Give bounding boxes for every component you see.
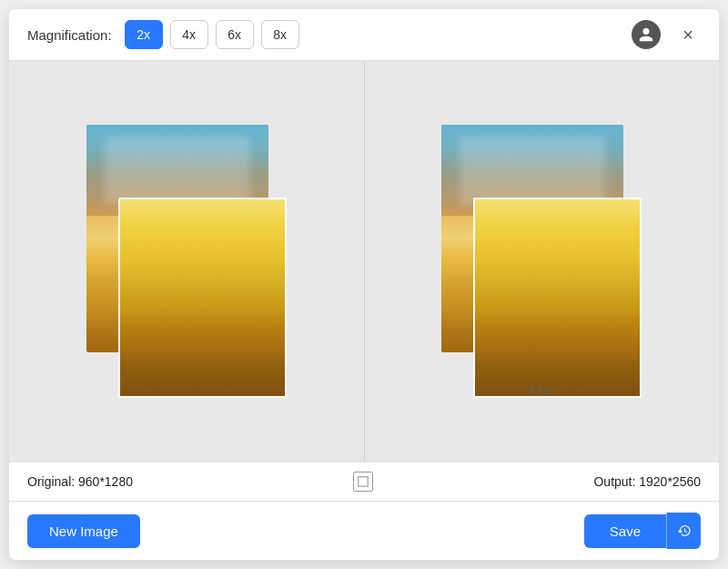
output-golden-background [475, 199, 640, 396]
expand-svg [358, 476, 369, 487]
avatar-icon[interactable] [632, 20, 661, 49]
save-button[interactable]: Save [584, 514, 666, 548]
user-icon [638, 26, 654, 43]
mag-6x-button[interactable]: 6x [216, 20, 254, 49]
golden-background [120, 199, 285, 396]
output-info: Output: 1920*2560 [593, 474, 701, 489]
original-image-stack [86, 125, 287, 398]
close-button[interactable]: × [675, 22, 701, 47]
magnification-buttons: 2x 4x 6x 8x [125, 20, 299, 49]
original-pane [9, 61, 364, 462]
output-image-stack [441, 125, 642, 398]
magnification-label: Magnification: [27, 27, 112, 43]
output-image-front [473, 198, 642, 398]
image-area: After [9, 61, 719, 462]
save-history-button[interactable] [666, 513, 701, 549]
mag-8x-button[interactable]: 8x [261, 20, 299, 49]
svg-rect-0 [359, 477, 369, 487]
mag-2x-button[interactable]: 2x [125, 20, 163, 49]
expand-icon[interactable] [353, 472, 373, 492]
history-icon [677, 523, 692, 538]
save-group: Save [584, 513, 701, 549]
main-dialog: Magnification: 2x 4x 6x 8x × [9, 9, 719, 560]
footer: New Image Save [9, 502, 719, 560]
mag-4x-button[interactable]: 4x [170, 20, 208, 49]
info-bar: Original: 960*1280 Output: 1920*2560 [9, 462, 719, 502]
original-image-front [118, 198, 287, 398]
header: Magnification: 2x 4x 6x 8x × [9, 9, 719, 61]
original-info: Original: 960*1280 [27, 474, 133, 489]
new-image-button[interactable]: New Image [27, 514, 140, 548]
output-pane: After [365, 61, 720, 462]
